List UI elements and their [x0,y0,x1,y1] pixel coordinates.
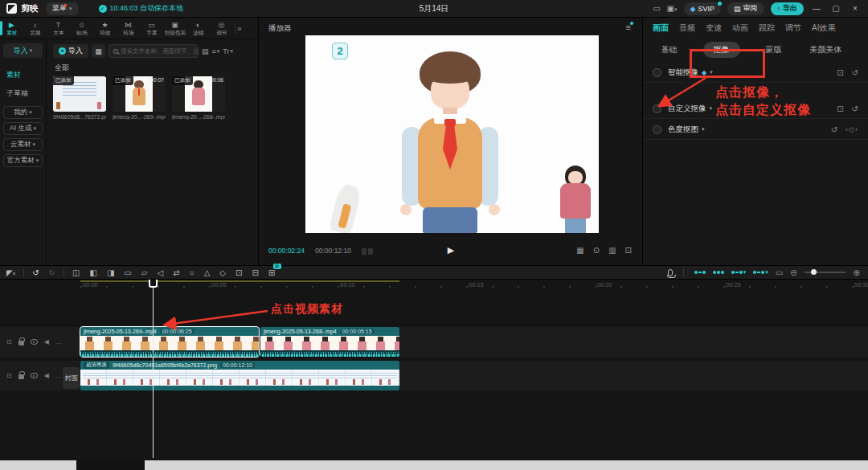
timeline-ruler[interactable]: 00:00 00:05 00:10 00:15 00:20 00:25 00:3… [0,280,868,291]
tab-transitions[interactable]: ⋈转场 [117,21,140,36]
timeline-zoom-fit-icon[interactable]: ⊕ [854,268,860,277]
media-thumbnail[interactable]: 已添加 [53,76,106,112]
tab-text[interactable]: T文本 [47,21,70,36]
chroma-key-toggle[interactable] [653,125,661,134]
rotate-icon[interactable]: ○ [190,268,194,277]
tab-filters[interactable]: ◐滤镜 [186,21,210,36]
record-voiceover-icon[interactable] [668,269,673,276]
media-item-video-268[interactable]: 已添加 00:06 jimeng-20...-268-.mp4 [172,76,225,120]
sort-icon[interactable]: ≡▾ [212,47,220,55]
linkage-icon[interactable]: ▾ [731,269,747,276]
video-clip-269[interactable]: jimeng-2025-05-13-269-.mp4 00:00:06:25 [80,327,259,357]
tab-ai-effects[interactable]: AI效果 [812,22,835,34]
keyframe-nav-icons[interactable]: ‹◇› [845,125,858,134]
maximize-button[interactable]: ▢ [829,4,842,13]
lock-icon[interactable] [18,374,24,379]
tab-adjust[interactable]: ◎调节 [210,21,233,36]
flip-icon[interactable]: △ [204,268,211,277]
media-thumbnail[interactable]: 已添加 00:07 [113,76,166,112]
tab-audio[interactable]: ♪音频 [23,21,47,36]
type-filter-icon[interactable]: Tr▾ [223,47,233,55]
preview-zoom-icon[interactable]: ⊙ [593,246,600,255]
smart-cutout-toggle[interactable] [653,68,661,77]
tab-captions[interactable]: ▭字幕 [140,21,163,36]
sidebar-item-ai-generate[interactable]: AI 生成▾ [3,122,43,135]
speaker-icon[interactable]: ◀ [44,338,49,345]
search-input[interactable]: 搜索文件名称、画面情节、台词 [108,44,199,58]
review-button[interactable]: ▤ 审阅 [727,2,764,15]
section-label-all[interactable]: 全部 [47,61,258,76]
subtab-beauty[interactable]: 美颜美体 [800,42,852,58]
media-item-png[interactable]: 已添加 9f46605d8...76372.png [53,76,106,120]
reverse-icon[interactable]: ◁ [158,268,164,277]
tab-audio-props[interactable]: 音频 [679,22,695,34]
timeline-zoom-out-icon[interactable]: ⊖ [790,268,796,277]
more-icon[interactable]: … [55,338,62,345]
slider-handle[interactable] [811,269,817,275]
smart-tool-icon[interactable]: ⊞新 [268,268,275,277]
sidebar-import-dropdown[interactable]: 导入 ▾ [3,43,43,58]
aspect-ratio-icon[interactable]: ▥ [608,246,616,255]
mask-icon[interactable]: ◇ [219,268,226,277]
keyframe-add-icon[interactable]: ⊡ [837,104,843,113]
lock-icon[interactable] [18,341,24,345]
custom-cutout-toggle[interactable] [653,104,661,113]
minimize-button[interactable]: — [810,4,823,13]
cover-button[interactable]: 封面 [63,367,80,389]
keyframe-add-icon[interactable]: ⊡ [837,68,843,77]
undo-icon[interactable]: ↺ [32,268,39,277]
render-preview-icon[interactable]: ▭ [776,268,783,277]
timeline-zoom-slider[interactable] [805,272,846,273]
more-icon[interactable]: … [55,372,62,379]
more-tabs-chevron[interactable]: » [237,24,242,33]
redo-icon[interactable]: ↻ [49,268,55,277]
auto-snap-icon[interactable] [713,271,724,274]
reset-icon[interactable]: ↺ [831,125,837,134]
sidebar-item-cloud[interactable]: 云素材▾ [3,138,43,151]
sidebar-item-material[interactable]: 素材 [0,66,46,84]
fullscreen-icon[interactable]: ⊡ [625,246,632,255]
mirror-icon[interactable]: ⇄ [173,268,179,277]
tab-animation[interactable]: 动画 [732,22,748,34]
tab-adjust-props[interactable]: 调节 [785,22,801,34]
playhead[interactable] [153,280,154,458]
layout-switch-icon[interactable]: ▣▾ [667,4,678,13]
timeline[interactable]: 00:00 00:05 00:10 00:15 00:20 00:25 00:3… [0,280,868,460]
speaker-icon[interactable]: ◀ [44,372,49,379]
split-icon[interactable]: ◫ [72,268,80,277]
view-mode-icon[interactable]: ▤ [202,47,209,55]
sidebar-item-mine[interactable]: 我的▾ [3,106,43,119]
player-menu-icon[interactable]: ≡ [626,22,631,32]
sidebar-item-subdraft[interactable]: 子草稿 [0,84,46,103]
adjust-clip-icon[interactable]: ⊟ [252,268,258,277]
image-clip-png[interactable]: 超清画质 9f46605d8c70491a6595bf4b2a76372.png… [80,361,399,390]
preview-axis-icon[interactable]: ▾ [753,269,768,276]
freeze-frame-icon[interactable]: ▱ [141,268,148,277]
delete-left-icon[interactable]: ◧ [89,268,96,277]
main-track-magnet-icon[interactable] [694,271,706,274]
crop-icon[interactable]: ⊡ [235,268,242,277]
subtab-basic[interactable]: 基础 [643,42,695,58]
tab-tracking[interactable]: 跟踪 [759,22,775,34]
tab-smart-pack[interactable]: ▣智能包装 [163,21,186,36]
tab-media[interactable]: ▶素材 [0,21,23,36]
tab-picture[interactable]: 画面 [653,22,669,34]
playhead-handle[interactable] [149,280,158,288]
video-clip-268[interactable]: jimeng-2025-05-13-268-.mp4 00:00:05:15 [260,327,399,357]
menu-button[interactable]: 菜单 ▾ [47,2,78,15]
tab-sticker[interactable]: ☺贴纸 [70,21,93,36]
tab-speed[interactable]: 变速 [706,22,722,34]
tab-effects[interactable]: ★特效 [93,21,117,36]
preview-canvas[interactable]: 2 [305,35,599,233]
select-tool-icon[interactable]: ◤▾ [6,268,15,277]
media-thumbnail[interactable]: 已添加 00:06 [172,76,225,112]
media-item-video-269[interactable]: 已添加 00:07 jimeng-20...-269-.mp4 [113,76,166,120]
import-button[interactable]: + 导入 [53,44,88,58]
eye-icon[interactable] [31,373,38,378]
sidebar-item-official[interactable]: 官方素材▾ [3,154,43,167]
eye-icon[interactable] [31,339,38,345]
play-button[interactable]: ▶ [448,245,454,255]
delete-right-icon[interactable]: ◨ [107,268,114,277]
svip-button[interactable]: ◆ SVIP [684,2,721,15]
reset-icon[interactable]: ↺ [852,68,858,77]
